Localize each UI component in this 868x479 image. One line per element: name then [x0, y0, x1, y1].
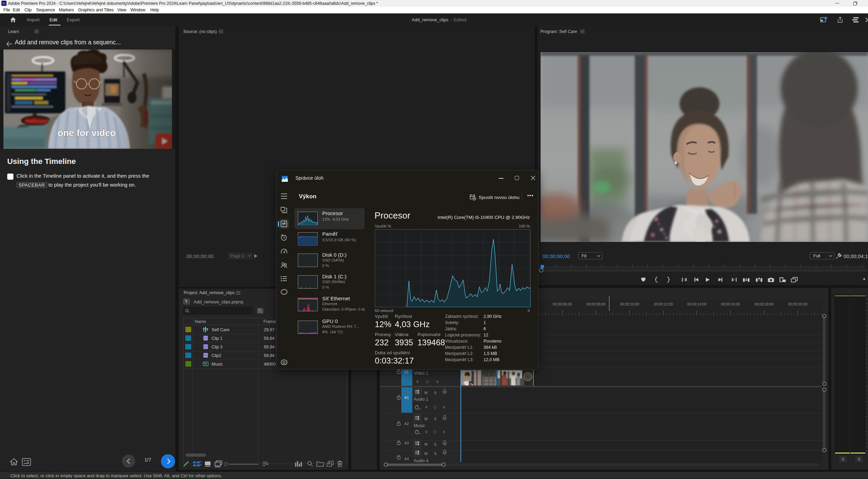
svg-text:one for video: one for video — [57, 128, 116, 138]
svg-text:00;00;14;00: 00;00;14;00 — [687, 302, 706, 306]
svg-text:S: S — [434, 417, 436, 421]
svg-text:00;00;12;00: 00;00;12;00 — [654, 302, 673, 306]
svg-text:00;00;20;00: 00;00;20;00 — [788, 302, 807, 306]
svg-text:M: M — [424, 442, 427, 446]
svg-text:M: M — [424, 452, 427, 456]
svg-text:S: S — [434, 452, 436, 456]
svg-text:00;00;08;00: 00;00;08;00 — [586, 302, 606, 306]
svg-text:M: M — [424, 417, 427, 421]
svg-text:00;00;06;00: 00;00;06;00 — [553, 302, 572, 306]
svg-text:S: S — [434, 442, 436, 446]
svg-text:00;00;18;00: 00;00;18;00 — [755, 302, 774, 306]
svg-text:Pr: Pr — [2, 2, 6, 5]
svg-text:00;00;10;00: 00;00;10;00 — [620, 302, 639, 306]
svg-text:S: S — [434, 391, 436, 395]
svg-text:00;00;16;00: 00;00;16;00 — [721, 302, 740, 306]
svg-text:M: M — [424, 391, 427, 395]
